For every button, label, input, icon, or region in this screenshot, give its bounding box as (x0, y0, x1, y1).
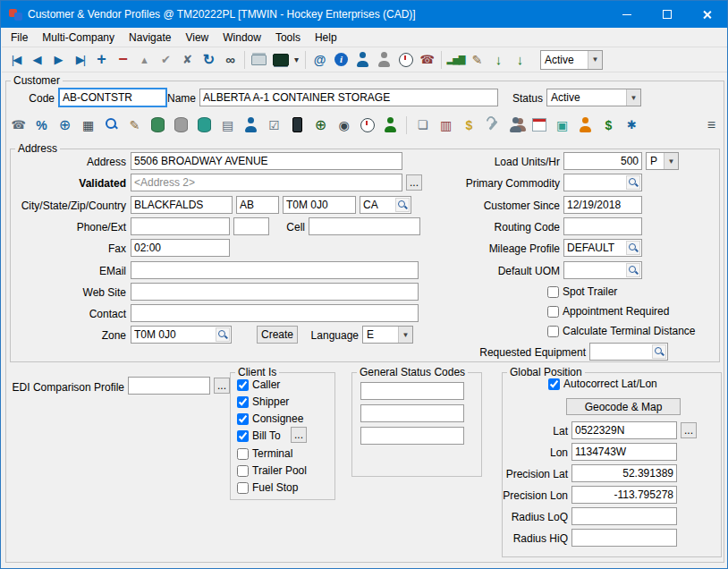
screen-report-dropdown-icon[interactable] (292, 49, 301, 70)
previous-record-icon[interactable] (27, 49, 47, 70)
lat-more-button[interactable]: ... (681, 422, 697, 438)
menu-window[interactable]: Window (216, 29, 268, 47)
calculate-terminal-distance-checkbox-input[interactable] (547, 326, 559, 337)
print-icon[interactable] (249, 49, 269, 70)
bill-to-checkbox-input[interactable] (237, 430, 249, 442)
team-icon[interactable] (505, 115, 526, 135)
shipper-checkbox-input[interactable] (237, 396, 249, 408)
mobile-phone-icon[interactable] (287, 115, 308, 135)
calendar-icon[interactable] (529, 115, 549, 135)
default-uom-field[interactable] (563, 261, 642, 279)
status-combobox[interactable]: Active (546, 89, 641, 106)
mileage-profile-input[interactable] (564, 241, 626, 255)
web-mail-icon[interactable] (309, 49, 330, 70)
database-gray-icon[interactable] (171, 115, 191, 135)
appointment-required-checkbox[interactable]: Appointment Required (547, 304, 669, 318)
requested-equipment-lookup-icon[interactable] (652, 344, 666, 359)
handtruck-icon[interactable] (552, 115, 572, 135)
address-input[interactable] (131, 152, 402, 170)
fax-input[interactable] (131, 239, 230, 257)
info-icon[interactable] (331, 49, 351, 70)
name-input[interactable] (199, 89, 498, 106)
menu-multi-company[interactable]: Multi-Company (35, 29, 122, 47)
post-edit-icon[interactable] (156, 49, 176, 70)
zip-input[interactable] (283, 196, 356, 214)
last-record-icon[interactable] (70, 49, 90, 70)
chevron-down-icon[interactable] (588, 51, 602, 69)
email-input[interactable] (131, 261, 419, 279)
country-field[interactable] (360, 196, 411, 214)
trailer-pool-checkbox-input[interactable] (237, 465, 249, 477)
phone-device-icon[interactable]: ☎ (8, 115, 29, 135)
radius-loq-input[interactable] (571, 507, 677, 525)
language-combobox[interactable]: E (362, 326, 413, 344)
zone-lookup-icon[interactable] (216, 327, 230, 342)
caller-checkbox-input[interactable] (237, 379, 249, 391)
website-input[interactable] (131, 283, 419, 301)
zone-field[interactable] (131, 326, 232, 344)
coins-icon[interactable] (459, 115, 479, 135)
user-remove-icon[interactable] (575, 115, 596, 135)
general-status-code-2-input[interactable] (360, 404, 464, 422)
search-icon[interactable] (101, 115, 122, 135)
spot-trailer-checkbox[interactable]: Spot Trailer (547, 284, 617, 299)
autocorrect-latlon-checkbox[interactable]: Autocorrect Lat/Lon (548, 377, 657, 391)
log-list-icon[interactable] (701, 115, 722, 135)
load-units-input[interactable] (563, 152, 642, 170)
country-input[interactable] (360, 198, 395, 212)
record-status-filter[interactable]: Active (540, 50, 603, 70)
autocorrect-latlon-checkbox-input[interactable] (548, 378, 560, 390)
chevron-down-icon[interactable] (664, 153, 678, 169)
address2-more-button[interactable]: ... (406, 174, 422, 191)
contact-input[interactable] (131, 304, 419, 322)
city-input[interactable] (131, 196, 233, 214)
chevron-down-icon[interactable] (398, 327, 412, 343)
precision-lat-input[interactable] (571, 464, 677, 482)
documents-icon[interactable] (412, 115, 433, 135)
zone-create-button[interactable]: Create (257, 326, 298, 344)
menu-help[interactable]: Help (308, 29, 344, 47)
books-icon[interactable] (436, 115, 456, 135)
menu-file[interactable]: File (4, 29, 35, 47)
fuel-stop-checkbox[interactable]: Fuel Stop (237, 480, 298, 495)
routing-code-input[interactable] (563, 217, 642, 235)
menu-navigate[interactable]: Navigate (122, 29, 178, 47)
appointment-required-checkbox-input[interactable] (547, 306, 559, 318)
clock-icon[interactable] (357, 115, 377, 135)
refresh-icon[interactable] (199, 49, 219, 70)
primary-commodity-lookup-icon[interactable] (626, 175, 640, 190)
default-uom-input[interactable] (564, 263, 626, 277)
code-input[interactable] (58, 88, 167, 107)
geocode-map-button[interactable]: Geocode & Map (566, 398, 681, 415)
next-record-icon[interactable] (48, 49, 69, 70)
radius-hiq-input[interactable] (571, 529, 677, 547)
database-green-icon[interactable] (148, 115, 168, 135)
edit-record-icon[interactable] (134, 49, 155, 70)
services-icon[interactable] (622, 115, 642, 135)
user-add-icon[interactable] (380, 115, 401, 135)
menu-view[interactable]: View (178, 29, 216, 47)
maximize-button[interactable] (647, 1, 687, 28)
consignee-checkbox-input[interactable] (237, 413, 249, 425)
edi-comparison-profile-input[interactable] (128, 377, 210, 395)
delete-record-icon[interactable] (113, 49, 133, 70)
first-record-icon[interactable] (5, 49, 26, 70)
chart-icon[interactable] (445, 49, 466, 70)
mileage-profile-lookup-icon[interactable] (626, 241, 640, 255)
close-button[interactable] (687, 1, 727, 28)
customer-person-icon[interactable] (352, 49, 373, 70)
shipper-checkbox[interactable]: Shipper (237, 395, 289, 409)
fuel-stop-checkbox-input[interactable] (237, 482, 249, 494)
primary-commodity-input[interactable] (564, 175, 626, 190)
customer-since-input[interactable] (563, 196, 642, 214)
phone-ext-input[interactable] (233, 217, 269, 235)
calculate-terminal-distance-checkbox[interactable]: Calculate Terminal Distance (547, 324, 696, 338)
primary-commodity-field[interactable] (563, 174, 642, 191)
bill-to-checkbox[interactable]: Bill To (237, 429, 281, 443)
spot-trailer-checkbox-input[interactable] (547, 286, 559, 298)
cash-icon[interactable] (598, 115, 619, 135)
caller-checkbox[interactable]: Caller (237, 378, 280, 392)
general-status-code-1-input[interactable] (360, 382, 464, 400)
terminal-checkbox-input[interactable] (237, 448, 249, 460)
user-icon[interactable] (241, 115, 261, 135)
